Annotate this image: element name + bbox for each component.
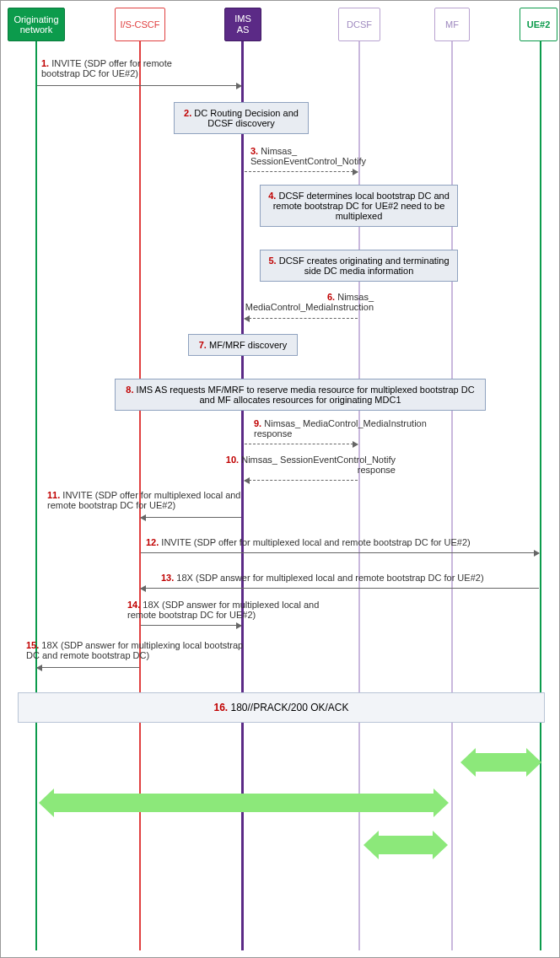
lifeline-originating bbox=[35, 41, 37, 950]
step-5-box: 5. DCSF creates originating and terminat… bbox=[260, 250, 458, 282]
flow-bar-orig-mf bbox=[54, 794, 433, 812]
participant-originating: Originating network bbox=[8, 8, 65, 41]
sequence-diagram: Originating network I/S-CSCF IMS AS DCSF… bbox=[0, 0, 560, 958]
msg-14-arrow bbox=[141, 625, 241, 626]
msg-10-label: 10. Nimsas_ SessionEventControl_Notify r… bbox=[210, 455, 396, 475]
step-8-box: 8. IMS AS requests MF/MRF to reserve med… bbox=[115, 379, 486, 411]
step-7-box: 7. MF/MRF discovery bbox=[188, 334, 298, 356]
step-2-box: 2. DC Routing Decision and DCSF discover… bbox=[174, 102, 309, 134]
msg-11-arrow bbox=[141, 517, 241, 518]
participant-imsas: IMS AS bbox=[224, 8, 261, 41]
msg-9-label: 9. Nimsas_ MediaControl_MediaInstrution … bbox=[254, 418, 456, 439]
msg-6-arrow bbox=[245, 318, 358, 319]
msg-13-arrow bbox=[141, 588, 539, 589]
msg-15-arrow bbox=[37, 667, 139, 668]
msg-6-label: 6. Nimsas_ MediaControl_MediaInstruction bbox=[205, 292, 374, 312]
msg-12-label: 12. INVITE (SDP offer for multiplexed lo… bbox=[146, 537, 534, 547]
msg-14-label: 14. 18X (SDP answer for multiplexed loca… bbox=[127, 600, 347, 620]
lifeline-dcsf bbox=[358, 41, 360, 950]
lifeline-ue2 bbox=[540, 41, 541, 950]
msg-12-arrow bbox=[141, 552, 539, 553]
msg-15-label: 15. 18X (SDP answer for multiplexing loc… bbox=[26, 640, 245, 660]
msg-3-arrow bbox=[245, 171, 358, 172]
msg-13-label: 13. 18X (SDP answer for multiplexed loca… bbox=[161, 573, 549, 583]
msg-10-arrow bbox=[245, 480, 358, 481]
flow-bar-dcsf-mf bbox=[379, 836, 433, 854]
participant-mf: MF bbox=[434, 8, 470, 41]
step-4-box: 4. DCSF determines local bootstrap DC an… bbox=[260, 185, 458, 227]
flow-bar-mf-ue2 bbox=[476, 753, 526, 772]
msg-3-label: 3. Nimsas_ SessionEventControl_Notify bbox=[250, 146, 385, 166]
msg-1-arrow bbox=[37, 85, 241, 86]
msg-11-label: 11. INVITE (SDP offer for multiplexed lo… bbox=[47, 490, 250, 510]
msg-9-arrow bbox=[245, 444, 358, 444]
step-16-box: 16. 180//PRACK/200 OK/ACK bbox=[18, 692, 545, 723]
participant-ue2: UE#2 bbox=[520, 8, 557, 41]
lifeline-mf bbox=[451, 41, 453, 950]
participant-iscscf: I/S-CSCF bbox=[115, 8, 165, 41]
participant-dcsf: DCSF bbox=[338, 8, 380, 41]
msg-1-label: 1. INVITE (SDP offer for remote bootstra… bbox=[41, 58, 193, 78]
